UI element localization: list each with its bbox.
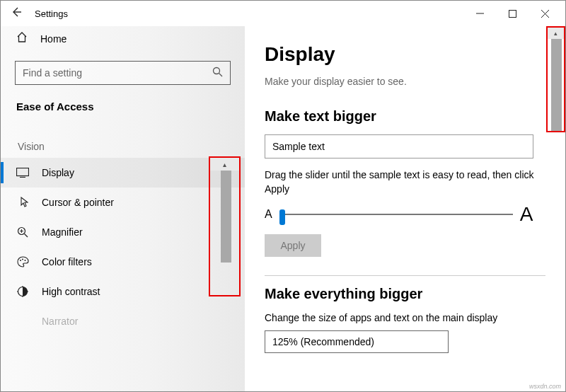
page-title: Display [265, 43, 545, 66]
slider-track [279, 214, 513, 215]
sidebar-scrollbar-highlight: ▴ [209, 156, 241, 296]
sample-text: Sample text [272, 141, 325, 152]
app-title: Settings [35, 8, 68, 19]
dropdown-value: 125% (Recommended) [272, 336, 374, 347]
section-make-text-bigger: Make text bigger [265, 108, 545, 125]
page-subtitle: Make your display easier to see. [265, 76, 545, 87]
home-link[interactable]: Home [1, 26, 245, 51]
category-label: Ease of Access [1, 95, 245, 117]
search-input[interactable] [23, 67, 203, 79]
sidebar-item-label: High contrast [42, 286, 100, 297]
small-a-label: A [265, 208, 272, 221]
sidebar-item-label: Color filters [42, 256, 92, 267]
svg-line-5 [219, 73, 223, 76]
group-vision: Vision [1, 117, 245, 158]
magnifier-icon [16, 226, 29, 238]
content-scrollbar-highlight: ▴ [546, 26, 565, 132]
title-bar: Settings [1, 1, 565, 26]
sidebar-item-label: Display [42, 167, 74, 178]
contrast-icon [16, 286, 29, 297]
scroll-up-icon[interactable]: ▴ [548, 28, 564, 39]
back-icon[interactable] [11, 6, 22, 21]
close-button[interactable] [529, 3, 561, 24]
search-icon [212, 67, 223, 80]
text-size-slider[interactable] [279, 207, 513, 221]
svg-point-12 [20, 260, 21, 261]
scaling-dropdown[interactable]: 125% (Recommended) [265, 330, 449, 353]
search-box[interactable] [15, 61, 231, 85]
divider [265, 275, 545, 276]
scroll-up-icon[interactable]: ▴ [210, 158, 239, 171]
window-controls [463, 3, 561, 24]
big-a-label: A [520, 203, 533, 226]
sidebar-item-label: Cursor & pointer [42, 197, 114, 208]
sample-text-box: Sample text [265, 134, 533, 158]
svg-point-4 [214, 67, 220, 74]
slider-thumb[interactable] [279, 209, 285, 225]
scaling-description: Change the size of apps and text on the … [265, 312, 545, 323]
svg-point-13 [22, 259, 23, 260]
sidebar-scrollbar-thumb[interactable] [221, 171, 231, 263]
sidebar-item-narrator[interactable]: Narrator [1, 306, 245, 327]
svg-line-9 [25, 234, 28, 238]
slider-description: Drag the slider until the sample text is… [265, 168, 545, 196]
sidebar: Home Ease of Access Vision Display Curso… [1, 26, 245, 391]
maximize-button[interactable] [496, 3, 529, 24]
sidebar-item-label: Narrator [42, 316, 78, 327]
apply-button[interactable]: Apply [265, 234, 321, 257]
content-scrollbar-thumb[interactable] [551, 39, 562, 131]
sidebar-item-label: Magnifier [42, 226, 83, 238]
home-icon [16, 32, 28, 45]
minimize-button[interactable] [463, 3, 496, 24]
content-pane: Display Make your display easier to see.… [245, 26, 565, 391]
palette-icon [16, 256, 29, 267]
section-make-everything-bigger: Make everything bigger [265, 286, 545, 302]
svg-point-14 [24, 260, 25, 261]
home-label: Home [40, 33, 67, 45]
monitor-icon [16, 168, 29, 178]
cursor-icon [16, 197, 29, 208]
watermark: wsxdn.com [529, 383, 561, 390]
svg-rect-1 [509, 10, 516, 17]
svg-rect-6 [17, 168, 29, 176]
